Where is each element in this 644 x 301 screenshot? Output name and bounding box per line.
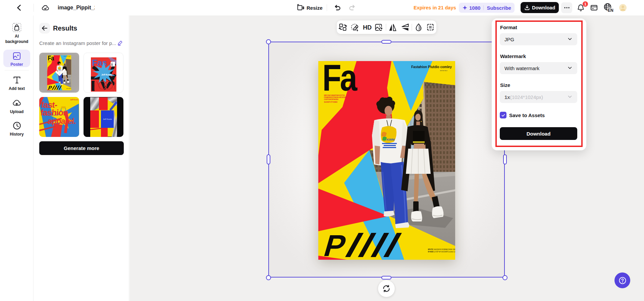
svg-text:fashion: fashion [40, 108, 68, 117]
svg-text:Jeff Koois: Jeff Koois [103, 118, 112, 120]
svg-text:Jeff Koois: Jeff Koois [101, 73, 112, 76]
svg-text:i: i [111, 62, 113, 67]
svg-text:FASHION: FASHION [94, 82, 96, 90]
svg-text:Jeff Koois: Jeff Koois [70, 99, 78, 101]
svg-text:apparel.: apparel. [47, 116, 76, 126]
svg-text:HD: HD [363, 24, 372, 31]
svg-text:EN: EN [608, 8, 613, 13]
